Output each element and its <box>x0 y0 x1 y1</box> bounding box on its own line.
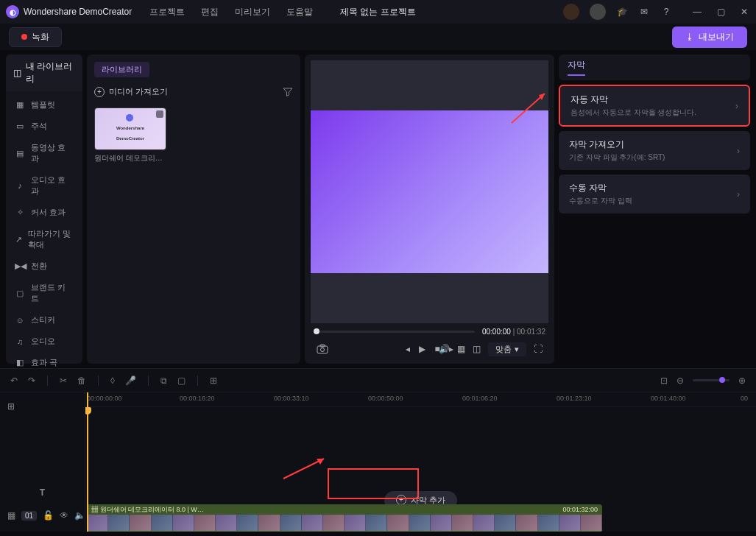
minimize-icon[interactable]: — <box>691 6 703 18</box>
fullscreen-icon[interactable]: ⛶ <box>534 344 543 354</box>
add-track-button[interactable]: ⊞ <box>0 392 85 420</box>
zoom-slider[interactable] <box>693 379 729 381</box>
redo-icon[interactable]: ↷ <box>28 375 35 386</box>
playhead-handle[interactable] <box>85 407 91 415</box>
fit-dropdown[interactable]: 맞춤 ▾ <box>488 342 526 356</box>
preview-canvas[interactable] <box>311 60 548 323</box>
user-avatar-icon[interactable] <box>590 4 606 20</box>
plus-square-icon: ⊞ <box>7 401 15 412</box>
plus-icon: + <box>94 87 105 97</box>
sidebar-item-label: 주석 <box>31 121 47 132</box>
titlebar: ◐ Wondershare DemoCreator 프로젝트 편집 미리보기 도… <box>0 0 756 24</box>
sidebar-item-transition[interactable]: ▶◀전환 <box>6 255 82 277</box>
scrub-handle[interactable] <box>314 328 319 334</box>
auto-subtitle-card[interactable]: 자동 자막 음성에서 자동으로 자막을 생성합니다. › <box>559 85 750 127</box>
media-panel: 라이브러리 + 미디어 가져오기 WondershareDemoCreator … <box>87 54 300 364</box>
group-icon[interactable]: ⊞ <box>210 375 217 386</box>
eye-icon[interactable]: 👁 <box>60 510 68 521</box>
sidebar-item-label: 효과 곡 <box>31 357 57 368</box>
help-icon[interactable]: ? <box>660 6 672 18</box>
text-icon: T <box>40 487 45 498</box>
preview-controls: ◂ ▶ ■ ▸ 🔊 ▦ ◫ 맞춤 ▾ ⛶ <box>311 340 548 358</box>
mute-icon[interactable]: 🔈 <box>74 510 85 521</box>
video-track-header: ▦ 01 🔓 👁 🔈 <box>0 504 85 532</box>
graduation-icon[interactable]: 🎓 <box>616 6 628 18</box>
video-track-icon[interactable]: ▦ <box>7 510 15 521</box>
zoom-out-icon[interactable]: ⊖ <box>676 375 684 386</box>
sidebar-item-cursor-fx[interactable]: ✧커서 효과 <box>6 202 82 223</box>
paste-icon[interactable]: ▢ <box>177 375 186 386</box>
marker-icon[interactable]: ◊ <box>110 375 115 386</box>
sidebar-item-brand-kit[interactable]: ▢브랜드 키트 <box>6 277 82 309</box>
filter-icon[interactable] <box>283 87 293 97</box>
preview-panel: 00:00:00 | 00:01:32 ◂ ▶ ■ ▸ 🔊 ▦ ◫ 맞춤 ▾ <box>305 54 554 364</box>
delete-icon[interactable]: 🗑 <box>77 375 86 386</box>
export-label: 내보내기 <box>699 31 734 43</box>
main-menu: 프로젝트 편집 미리보기 도움말 <box>149 6 313 18</box>
import-media-button[interactable]: + 미디어 가져오기 <box>94 83 168 100</box>
sidebar-item-audio[interactable]: ♫오디오 <box>6 331 82 352</box>
sidebar-item-sticker[interactable]: ☺스티커 <box>6 309 82 331</box>
timeline-tracks[interactable]: 00:00:00:00 00:00:16:20 00:00:33:10 00:0… <box>85 392 756 532</box>
app-logo: ◐ Wondershare DemoCreator <box>6 5 132 18</box>
timeline-track-headers: ⊞ T ▦ 01 🔓 👁 🔈 <box>0 392 85 532</box>
card-subtitle: 수동으로 자막 입력 <box>569 196 632 206</box>
zoom-in-icon[interactable]: ⊕ <box>738 375 746 386</box>
sidebar-item-template[interactable]: ▦템플릿 <box>6 94 82 116</box>
playhead[interactable] <box>87 392 88 532</box>
sidebar-item-video-fx[interactable]: ▤동영상 효과 <box>6 137 82 169</box>
sidebar-item-label: 브랜드 키트 <box>31 282 74 304</box>
clip-title: 원더쉐어 데모크리에이터 8.0 | W… <box>100 506 204 513</box>
undo-icon[interactable]: ↶ <box>10 375 18 386</box>
lock-icon[interactable]: 🔓 <box>43 510 54 521</box>
right-tabs: 자막 <box>559 54 750 80</box>
play-icon[interactable]: ▶ <box>419 344 425 354</box>
scrub-track[interactable] <box>314 331 475 333</box>
cut-icon[interactable]: ✂ <box>60 375 67 386</box>
fit-label: 맞춤 <box>495 344 512 355</box>
zoom-handle[interactable] <box>719 377 725 383</box>
sidebar-header[interactable]: ◫ 내 라이브러리 <box>6 54 82 91</box>
right-panel: 자막 자동 자막 음성에서 자동으로 자막을 생성합니다. › 자막 가져오기 … <box>559 54 750 364</box>
sidebar-item-annotation[interactable]: ▭주석 <box>6 116 82 137</box>
sidebar-item-label: 스티커 <box>31 314 55 325</box>
sidebar-item-audio-fx[interactable]: ♪오디오 효과 <box>6 169 82 202</box>
export-icon: ⭳ <box>685 32 694 42</box>
menu-project[interactable]: 프로젝트 <box>149 6 185 18</box>
mic-icon[interactable]: 🎤 <box>125 375 136 386</box>
library-badge[interactable]: 라이브러리 <box>94 62 149 77</box>
sound-fx-icon: ◧ <box>15 358 25 367</box>
mail-icon[interactable]: ✉ <box>638 6 650 18</box>
fit-timeline-icon[interactable]: ⊡ <box>660 375 668 386</box>
thumbnail-corner-icon <box>156 110 163 118</box>
sidebar-item-follow-zoom[interactable]: ↗따라가기 및 확대 <box>6 223 82 255</box>
ruler-tick: 00:00:50:00 <box>368 395 403 402</box>
manual-subtitle-card[interactable]: 수동 자막 수동으로 자막 입력 › <box>559 174 750 214</box>
card-subtitle: 음성에서 자동으로 자막을 생성합니다. <box>570 107 696 118</box>
sidebar-header-label: 내 라이브러리 <box>26 60 75 85</box>
snapshot-icon[interactable] <box>317 344 328 354</box>
cart-icon[interactable] <box>563 4 579 20</box>
action-bar: 녹화 ⭳ 내보내기 <box>0 24 756 50</box>
text-track-header[interactable]: T <box>0 482 85 504</box>
media-thumbnail[interactable]: WondershareDemoCreator 원더쉐어 데모크리에이터 8… <box>94 107 166 163</box>
menu-edit[interactable]: 편집 <box>201 6 219 18</box>
grid-icon[interactable]: ▦ <box>457 344 465 354</box>
record-button[interactable]: 녹화 <box>9 27 62 47</box>
video-clip[interactable]: ▦ 원더쉐어 데모크리에이터 8.0 | W… 00:01:32:00 <box>87 504 602 532</box>
import-subtitle-card[interactable]: 자막 가져오기 기존 자막 파일 추가(예: SRT) › <box>559 131 750 170</box>
menu-preview[interactable]: 미리보기 <box>235 6 270 18</box>
volume-icon[interactable]: 🔊 <box>439 344 450 354</box>
copy-icon[interactable]: ⧉ <box>160 375 167 386</box>
sidebar: ◫ 내 라이브러리 ▦템플릿 ▭주석 ▤동영상 효과 ♪오디오 효과 ✧커서 효… <box>6 54 82 364</box>
menu-help[interactable]: 도움말 <box>286 6 313 18</box>
export-button[interactable]: ⭳ 내보내기 <box>672 27 747 48</box>
prev-frame-icon[interactable]: ◂ <box>406 344 410 354</box>
timeline-ruler[interactable]: 00:00:00:00 00:00:16:20 00:00:33:10 00:0… <box>85 392 756 407</box>
sidebar-item-label: 따라가기 및 확대 <box>28 228 74 250</box>
close-icon[interactable]: ✕ <box>738 6 750 18</box>
tab-subtitle[interactable]: 자막 <box>568 59 585 76</box>
maximize-icon[interactable]: ▢ <box>715 6 727 18</box>
crop-icon[interactable]: ◫ <box>473 344 481 354</box>
record-label: 녹화 <box>32 31 49 43</box>
